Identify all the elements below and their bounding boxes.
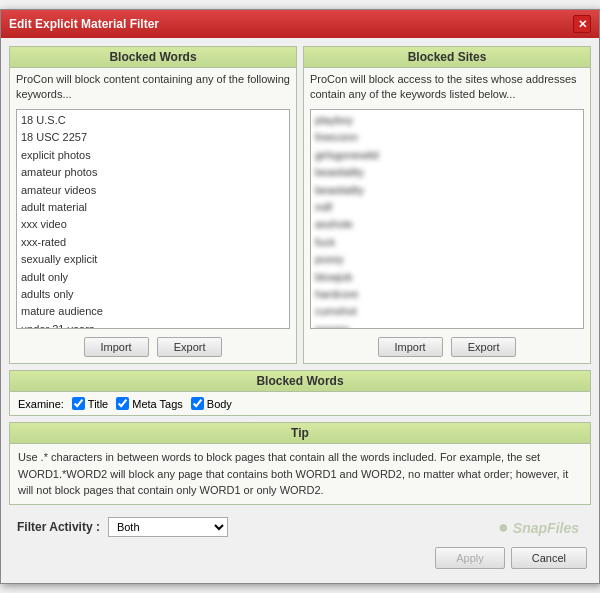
list-item: fuck: [315, 234, 579, 251]
blocked-words-description: ProCon will block content containing any…: [10, 68, 296, 105]
blocked-words-export-button[interactable]: Export: [157, 337, 223, 357]
blocked-words-header: Blocked Words: [10, 47, 296, 68]
dialog-title: Edit Explicit Material Filter: [9, 17, 159, 31]
list-item: blowjob: [315, 269, 579, 286]
list-item: explicit photos: [21, 147, 285, 164]
list-item: preggo: [315, 321, 579, 329]
blocked-words-list[interactable]: 18 U.S.C18 USC 2257explicit photosamateu…: [16, 109, 290, 329]
tip-section-header: Tip: [10, 423, 590, 444]
examine-label: Examine:: [18, 398, 64, 410]
list-item: adults only: [21, 286, 285, 303]
filter-activity-label: Filter Activity :: [17, 520, 100, 534]
examine-row: Examine: Title Meta Tags Body: [10, 392, 590, 415]
title-checkbox-label[interactable]: Title: [72, 397, 108, 410]
bottom-buttons: Apply Cancel: [9, 545, 591, 575]
list-item: milf: [315, 199, 579, 216]
examine-section-header: Blocked Words: [10, 371, 590, 392]
list-item: adult only: [21, 269, 285, 286]
list-item: under 21 years: [21, 321, 285, 329]
list-item: adult material: [21, 199, 285, 216]
meta-tags-checkbox-label[interactable]: Meta Tags: [116, 397, 183, 410]
list-item: mature audience: [21, 303, 285, 320]
filter-activity-row: Filter Activity : BothInbound OnlyOutbou…: [13, 515, 232, 541]
list-item: girlsgonewild: [315, 147, 579, 164]
list-item: hardcore: [315, 286, 579, 303]
body-label: Body: [207, 398, 232, 410]
dialog-body: Blocked Words ProCon will block content …: [1, 38, 599, 582]
list-item: freeconn: [315, 129, 579, 146]
watermark-area: ● SnapFiles: [498, 515, 587, 540]
blocked-words-panel: Blocked Words ProCon will block content …: [9, 46, 297, 364]
title-label: Title: [88, 398, 108, 410]
close-button[interactable]: ✕: [573, 15, 591, 33]
blocked-words-import-button[interactable]: Import: [84, 337, 149, 357]
list-item: playboy: [315, 112, 579, 129]
cancel-button[interactable]: Cancel: [511, 547, 587, 569]
list-item: 18 U.S.C: [21, 112, 285, 129]
list-item: beastiality: [315, 182, 579, 199]
list-item: 18 USC 2257: [21, 129, 285, 146]
list-item: amateur videos: [21, 182, 285, 199]
apply-button[interactable]: Apply: [435, 547, 505, 569]
tip-content: Use .* characters in between words to bl…: [10, 444, 590, 504]
blocked-sites-list[interactable]: playboyfreeconngirlsgonewildbeastialityb…: [310, 109, 584, 329]
blocked-sites-buttons: Import Export: [304, 333, 590, 363]
title-checkbox[interactable]: [72, 397, 85, 410]
list-item: amateur photos: [21, 164, 285, 181]
meta-tags-label: Meta Tags: [132, 398, 183, 410]
list-item: xxx video: [21, 216, 285, 233]
list-item: cumshot: [315, 303, 579, 320]
blocked-sites-export-button[interactable]: Export: [451, 337, 517, 357]
list-item: xxx-rated: [21, 234, 285, 251]
top-panels-row: Blocked Words ProCon will block content …: [9, 46, 591, 364]
watermark-text: ● SnapFiles: [498, 517, 579, 538]
blocked-sites-header: Blocked Sites: [304, 47, 590, 68]
blocked-words-buttons: Import Export: [10, 333, 296, 363]
meta-tags-checkbox[interactable]: [116, 397, 129, 410]
main-dialog: Edit Explicit Material Filter ✕ Blocked …: [0, 9, 600, 583]
list-item: sexually explicit: [21, 251, 285, 268]
body-checkbox-label[interactable]: Body: [191, 397, 232, 410]
title-bar: Edit Explicit Material Filter ✕: [1, 10, 599, 38]
blocked-sites-description: ProCon will block access to the sites wh…: [304, 68, 590, 105]
list-item: asshole: [315, 216, 579, 233]
filter-watermark-row: Filter Activity : BothInbound OnlyOutbou…: [9, 513, 591, 545]
list-item: beastiality: [315, 164, 579, 181]
tip-section: Tip Use .* characters in between words t…: [9, 422, 591, 505]
body-checkbox[interactable]: [191, 397, 204, 410]
examine-section: Blocked Words Examine: Title Meta Tags B…: [9, 370, 591, 416]
list-item: pussy: [315, 251, 579, 268]
blocked-sites-import-button[interactable]: Import: [378, 337, 443, 357]
filter-activity-select[interactable]: BothInbound OnlyOutbound Only: [108, 517, 228, 537]
blocked-sites-panel: Blocked Sites ProCon will block access t…: [303, 46, 591, 364]
